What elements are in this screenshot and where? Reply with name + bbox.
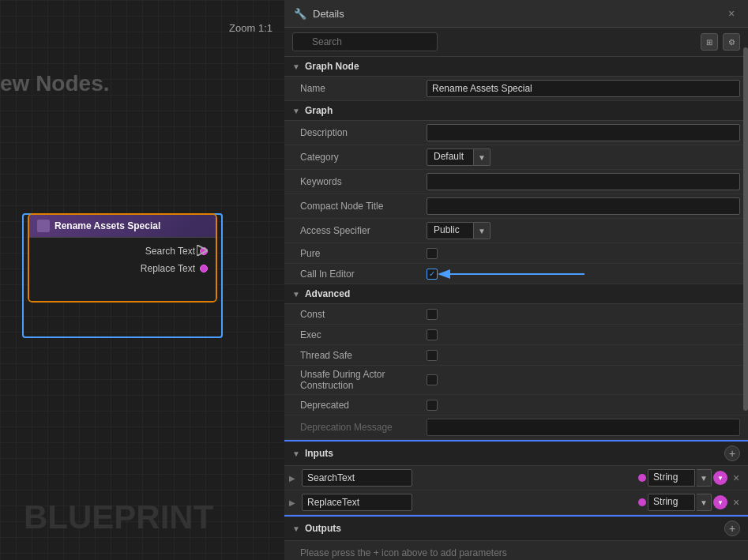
param-type-arrow-0[interactable]: ▼ bbox=[697, 469, 712, 487]
section-inputs[interactable]: ▼ Inputs + bbox=[284, 440, 748, 466]
prop-keywords-input[interactable] bbox=[427, 173, 740, 190]
settings-icon[interactable]: ⚙ bbox=[723, 33, 740, 51]
prop-name-input[interactable] bbox=[427, 80, 740, 97]
input-param-row-0: ▶ String ▼ ▼ × bbox=[284, 466, 748, 490]
section-graph-node[interactable]: ▼ Graph Node bbox=[284, 57, 748, 77]
section-graph-node-arrow: ▼ bbox=[292, 62, 300, 71]
prop-category-select[interactable]: Default bbox=[427, 148, 474, 166]
input-param-name-1[interactable] bbox=[302, 494, 412, 511]
prop-const-value bbox=[427, 309, 740, 320]
prop-thread-safe: Thread Safe bbox=[284, 345, 748, 366]
scrollbar[interactable] bbox=[743, 47, 748, 411]
param-expand-1[interactable]: ▶ bbox=[289, 498, 299, 507]
section-graph[interactable]: ▼ Graph bbox=[284, 101, 748, 121]
prop-compact-title-value bbox=[427, 197, 740, 215]
prop-category: Category Default ▼ bbox=[284, 145, 748, 170]
prop-call-in-editor-label: Call In Editor bbox=[300, 269, 427, 280]
prop-access-specifier-value: Public ▼ bbox=[427, 222, 740, 239]
section-graph-node-title: Graph Node bbox=[305, 61, 359, 72]
prop-description: Description bbox=[284, 121, 748, 145]
pin-row-replace: Replace Text bbox=[29, 260, 216, 277]
param-type-dot-1 bbox=[638, 498, 646, 506]
prop-deprecation-message-value bbox=[427, 419, 740, 436]
param-type-select-1[interactable]: String bbox=[648, 494, 695, 511]
prop-thread-safe-checkbox[interactable] bbox=[427, 350, 438, 361]
prop-compact-node-title: Compact Node Title bbox=[284, 194, 748, 219]
blueprint-watermark: BLUEPRINT bbox=[24, 498, 213, 536]
param-type-arrow-1[interactable]: ▼ bbox=[697, 494, 712, 511]
node-header: Rename Assets Special bbox=[29, 215, 216, 238]
section-advanced[interactable]: ▼ Advanced bbox=[284, 284, 748, 304]
blueprint-canvas: Zoom 1:1 ew Nodes. Rename Assets Special… bbox=[0, 0, 284, 560]
prop-deprecation-message-label: Deprecation Message bbox=[300, 422, 427, 433]
prop-pure: Pure bbox=[284, 243, 748, 264]
exec-pin-icon bbox=[197, 245, 208, 256]
prop-access-specifier-label: Access Specifier bbox=[300, 225, 427, 236]
pin-row-search: Search Text bbox=[29, 242, 216, 260]
prop-description-value bbox=[427, 124, 740, 141]
input-param-row-1: ▶ String ▼ ▼ × bbox=[284, 490, 748, 515]
section-graph-title: Graph bbox=[305, 105, 333, 116]
input-param-name-0[interactable] bbox=[302, 469, 412, 487]
prop-category-arrow[interactable]: ▼ bbox=[474, 148, 491, 166]
prop-deprecated-checkbox[interactable] bbox=[427, 400, 438, 411]
prop-deprecation-message-input[interactable] bbox=[427, 419, 740, 436]
grid-view-icon[interactable]: ⊞ bbox=[701, 33, 718, 51]
prop-description-label: Description bbox=[300, 127, 427, 138]
param-type-wrapper-1: String ▼ ▼ × bbox=[638, 494, 743, 511]
prop-access-specifier-select[interactable]: Public bbox=[427, 222, 474, 239]
search-wrapper: 🔍 bbox=[292, 32, 696, 51]
param-delete-btn-0[interactable]: × bbox=[729, 471, 743, 485]
details-toolbar: 🔍 ⊞ ⚙ bbox=[284, 28, 748, 57]
prop-exec-checkbox[interactable] bbox=[427, 329, 438, 340]
replace-text-pin-dot[interactable] bbox=[200, 265, 208, 272]
param-options-btn-1[interactable]: ▼ bbox=[713, 495, 727, 509]
prop-deprecated: Deprecated bbox=[284, 395, 748, 415]
param-type-wrapper-0: String ▼ ▼ × bbox=[638, 469, 743, 487]
section-outputs-arrow: ▼ bbox=[292, 524, 300, 533]
section-advanced-arrow: ▼ bbox=[292, 290, 300, 299]
prop-category-label: Category bbox=[300, 152, 427, 163]
prop-keywords: Keywords bbox=[284, 170, 748, 194]
prop-compact-title-input[interactable] bbox=[427, 197, 740, 215]
prop-name: Name bbox=[284, 77, 748, 101]
prop-const-label: Const bbox=[300, 309, 427, 320]
inputs-add-button[interactable]: + bbox=[724, 445, 740, 461]
prop-thread-safe-label: Thread Safe bbox=[300, 350, 427, 361]
prop-pure-checkbox[interactable] bbox=[427, 248, 438, 259]
prop-keywords-value bbox=[427, 173, 740, 190]
wrench-icon: 🔧 bbox=[294, 8, 306, 20]
search-text-pin-label: Search Text bbox=[145, 246, 195, 257]
prop-const: Const bbox=[284, 304, 748, 325]
blueprint-node[interactable]: Rename Assets Special Search Text Replac… bbox=[28, 213, 217, 303]
param-expand-0[interactable]: ▶ bbox=[289, 474, 299, 483]
section-outputs-title: Outputs bbox=[305, 523, 341, 534]
zoom-indicator: Zoom 1:1 bbox=[229, 22, 273, 34]
prop-name-label: Name bbox=[300, 83, 427, 94]
details-panel: 🔧 Details × 🔍 ⊞ ⚙ ▼ Graph Node Name ▼ Gr… bbox=[284, 0, 748, 560]
details-content: ▼ Graph Node Name ▼ Graph Description Ca… bbox=[284, 57, 748, 560]
details-close-button[interactable]: × bbox=[724, 6, 739, 21]
prop-access-specifier-arrow[interactable]: ▼ bbox=[474, 222, 491, 239]
section-outputs[interactable]: ▼ Outputs + bbox=[284, 515, 748, 541]
param-type-select-0[interactable]: String bbox=[648, 469, 695, 487]
param-options-btn-0[interactable]: ▼ bbox=[713, 471, 727, 485]
node-body: Search Text Replace Text bbox=[29, 238, 216, 301]
prop-category-value: Default ▼ bbox=[427, 148, 740, 166]
prop-exec-value bbox=[427, 329, 740, 340]
prop-call-in-editor-value: ✓ bbox=[427, 269, 740, 280]
prop-const-checkbox[interactable] bbox=[427, 309, 438, 320]
replace-text-pin-label: Replace Text bbox=[141, 263, 195, 274]
details-search-input[interactable] bbox=[292, 32, 438, 51]
prop-description-input[interactable] bbox=[427, 124, 740, 141]
prop-name-value-wrapper bbox=[427, 80, 740, 97]
param-delete-btn-1[interactable]: × bbox=[729, 495, 743, 509]
prop-pure-value bbox=[427, 248, 740, 259]
prop-deprecated-label: Deprecated bbox=[300, 400, 427, 411]
svg-marker-0 bbox=[197, 245, 208, 256]
section-advanced-title: Advanced bbox=[305, 288, 350, 299]
prop-unsafe-checkbox[interactable] bbox=[427, 374, 438, 385]
prop-pure-label: Pure bbox=[300, 248, 427, 259]
outputs-add-button[interactable]: + bbox=[724, 521, 740, 536]
prop-call-in-editor-checkbox[interactable]: ✓ bbox=[427, 269, 438, 280]
